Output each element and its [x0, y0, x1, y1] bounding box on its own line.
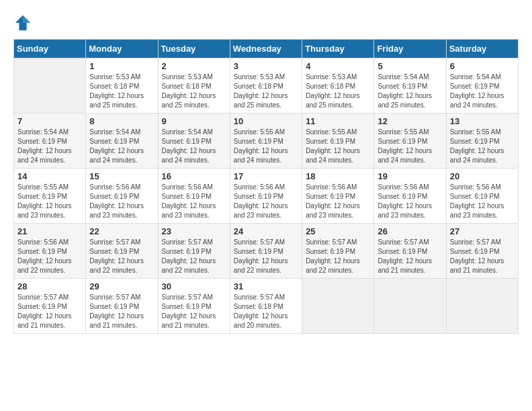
- week-row-1: 1Sunrise: 5:53 AMSunset: 6:18 PMDaylight…: [14, 58, 519, 113]
- day-number: 23: [162, 226, 226, 236]
- day-cell: 26Sunrise: 5:57 AMSunset: 6:19 PMDayligh…: [374, 224, 446, 279]
- day-info: Sunrise: 5:56 AMSunset: 6:19 PMDaylight:…: [306, 183, 370, 220]
- day-cell: [446, 279, 518, 334]
- header-row: SundayMondayTuesdayWednesdayThursdayFrid…: [14, 40, 519, 58]
- day-cell: 14Sunrise: 5:55 AMSunset: 6:19 PMDayligh…: [14, 169, 86, 224]
- day-info: Sunrise: 5:55 AMSunset: 6:19 PMDaylight:…: [450, 128, 515, 165]
- day-info: Sunrise: 5:55 AMSunset: 6:19 PMDaylight:…: [378, 128, 442, 165]
- day-cell: 5Sunrise: 5:54 AMSunset: 6:19 PMDaylight…: [374, 58, 446, 113]
- day-info: Sunrise: 5:57 AMSunset: 6:19 PMDaylight:…: [378, 238, 442, 275]
- day-cell: 17Sunrise: 5:56 AMSunset: 6:19 PMDayligh…: [230, 169, 302, 224]
- day-info: Sunrise: 5:57 AMSunset: 6:18 PMDaylight:…: [234, 293, 298, 330]
- column-header-thursday: Thursday: [302, 40, 374, 58]
- day-info: Sunrise: 5:57 AMSunset: 6:19 PMDaylight:…: [450, 238, 515, 275]
- day-info: Sunrise: 5:55 AMSunset: 6:19 PMDaylight:…: [306, 128, 370, 165]
- day-info: Sunrise: 5:57 AMSunset: 6:19 PMDaylight:…: [162, 293, 226, 330]
- page-header: [13, 13, 519, 32]
- day-cell: 8Sunrise: 5:54 AMSunset: 6:19 PMDaylight…: [86, 113, 158, 169]
- day-number: 1: [89, 61, 154, 71]
- day-cell: 11Sunrise: 5:55 AMSunset: 6:19 PMDayligh…: [302, 113, 374, 169]
- day-cell: [14, 58, 86, 113]
- day-info: Sunrise: 5:56 AMSunset: 6:19 PMDaylight:…: [234, 183, 298, 220]
- day-info: Sunrise: 5:54 AMSunset: 6:19 PMDaylight:…: [89, 128, 154, 165]
- day-number: 17: [234, 171, 298, 181]
- day-number: 12: [378, 116, 442, 126]
- day-number: 14: [17, 171, 82, 181]
- day-number: 25: [306, 226, 370, 236]
- day-number: 18: [306, 171, 370, 181]
- day-number: 10: [234, 116, 298, 126]
- day-number: 21: [17, 226, 82, 236]
- svg-marker-1: [23, 15, 30, 23]
- day-info: Sunrise: 5:53 AMSunset: 6:18 PMDaylight:…: [162, 73, 226, 110]
- day-info: Sunrise: 5:56 AMSunset: 6:19 PMDaylight:…: [378, 183, 442, 220]
- column-header-tuesday: Tuesday: [158, 40, 230, 58]
- calendar-table: SundayMondayTuesdayWednesdayThursdayFrid…: [13, 39, 519, 334]
- day-cell: [302, 279, 374, 334]
- week-row-2: 7Sunrise: 5:54 AMSunset: 6:19 PMDaylight…: [14, 113, 519, 169]
- day-cell: 27Sunrise: 5:57 AMSunset: 6:19 PMDayligh…: [446, 224, 518, 279]
- day-number: 7: [17, 116, 82, 126]
- day-cell: 1Sunrise: 5:53 AMSunset: 6:18 PMDaylight…: [86, 58, 158, 113]
- day-info: Sunrise: 5:56 AMSunset: 6:19 PMDaylight:…: [450, 183, 515, 220]
- day-number: 26: [378, 226, 442, 236]
- day-cell: 18Sunrise: 5:56 AMSunset: 6:19 PMDayligh…: [302, 169, 374, 224]
- day-cell: 3Sunrise: 5:53 AMSunset: 6:18 PMDaylight…: [230, 58, 302, 113]
- day-cell: 20Sunrise: 5:56 AMSunset: 6:19 PMDayligh…: [446, 169, 518, 224]
- day-cell: 7Sunrise: 5:54 AMSunset: 6:19 PMDaylight…: [14, 113, 86, 169]
- day-cell: 31Sunrise: 5:57 AMSunset: 6:18 PMDayligh…: [230, 279, 302, 334]
- week-row-3: 14Sunrise: 5:55 AMSunset: 6:19 PMDayligh…: [14, 169, 519, 224]
- day-info: Sunrise: 5:53 AMSunset: 6:18 PMDaylight:…: [89, 73, 154, 110]
- day-cell: 24Sunrise: 5:57 AMSunset: 6:19 PMDayligh…: [230, 224, 302, 279]
- day-number: 31: [234, 281, 298, 291]
- day-cell: [374, 279, 446, 334]
- day-number: 16: [162, 171, 226, 181]
- day-info: Sunrise: 5:57 AMSunset: 6:19 PMDaylight:…: [162, 238, 226, 275]
- day-cell: 2Sunrise: 5:53 AMSunset: 6:18 PMDaylight…: [158, 58, 230, 113]
- day-number: 8: [89, 116, 154, 126]
- day-info: Sunrise: 5:57 AMSunset: 6:19 PMDaylight:…: [89, 293, 154, 330]
- day-number: 3: [234, 61, 298, 71]
- day-cell: 12Sunrise: 5:55 AMSunset: 6:19 PMDayligh…: [374, 113, 446, 169]
- day-number: 9: [162, 116, 226, 126]
- day-info: Sunrise: 5:54 AMSunset: 6:19 PMDaylight:…: [17, 128, 82, 165]
- day-info: Sunrise: 5:56 AMSunset: 6:19 PMDaylight:…: [162, 183, 226, 220]
- day-number: 29: [89, 281, 154, 291]
- day-cell: 16Sunrise: 5:56 AMSunset: 6:19 PMDayligh…: [158, 169, 230, 224]
- day-info: Sunrise: 5:57 AMSunset: 6:19 PMDaylight:…: [17, 293, 82, 330]
- column-header-sunday: Sunday: [14, 40, 86, 58]
- week-row-4: 21Sunrise: 5:56 AMSunset: 6:19 PMDayligh…: [14, 224, 519, 279]
- day-cell: 28Sunrise: 5:57 AMSunset: 6:19 PMDayligh…: [14, 279, 86, 334]
- day-number: 6: [450, 61, 515, 71]
- day-cell: 30Sunrise: 5:57 AMSunset: 6:19 PMDayligh…: [158, 279, 230, 334]
- day-info: Sunrise: 5:54 AMSunset: 6:19 PMDaylight:…: [450, 73, 515, 110]
- day-info: Sunrise: 5:56 AMSunset: 6:19 PMDaylight:…: [17, 238, 82, 275]
- column-header-monday: Monday: [86, 40, 158, 58]
- day-cell: 19Sunrise: 5:56 AMSunset: 6:19 PMDayligh…: [374, 169, 446, 224]
- day-number: 15: [89, 171, 154, 181]
- day-number: 2: [162, 61, 226, 71]
- day-number: 11: [306, 116, 370, 126]
- day-info: Sunrise: 5:54 AMSunset: 6:19 PMDaylight:…: [162, 128, 226, 165]
- day-cell: 6Sunrise: 5:54 AMSunset: 6:19 PMDaylight…: [446, 58, 518, 113]
- logo-icon: [13, 13, 32, 32]
- day-cell: 22Sunrise: 5:57 AMSunset: 6:19 PMDayligh…: [86, 224, 158, 279]
- day-cell: 13Sunrise: 5:55 AMSunset: 6:19 PMDayligh…: [446, 113, 518, 169]
- day-cell: 4Sunrise: 5:53 AMSunset: 6:18 PMDaylight…: [302, 58, 374, 113]
- day-cell: 29Sunrise: 5:57 AMSunset: 6:19 PMDayligh…: [86, 279, 158, 334]
- day-number: 20: [450, 171, 515, 181]
- day-info: Sunrise: 5:57 AMSunset: 6:19 PMDaylight:…: [89, 238, 154, 275]
- day-number: 19: [378, 171, 442, 181]
- day-number: 13: [450, 116, 515, 126]
- column-header-friday: Friday: [374, 40, 446, 58]
- day-info: Sunrise: 5:55 AMSunset: 6:19 PMDaylight:…: [234, 128, 298, 165]
- day-cell: 21Sunrise: 5:56 AMSunset: 6:19 PMDayligh…: [14, 224, 86, 279]
- day-info: Sunrise: 5:57 AMSunset: 6:19 PMDaylight:…: [234, 238, 298, 275]
- day-cell: 10Sunrise: 5:55 AMSunset: 6:19 PMDayligh…: [230, 113, 302, 169]
- day-info: Sunrise: 5:53 AMSunset: 6:18 PMDaylight:…: [306, 73, 370, 110]
- day-info: Sunrise: 5:54 AMSunset: 6:19 PMDaylight:…: [378, 73, 442, 110]
- day-number: 22: [89, 226, 154, 236]
- day-number: 24: [234, 226, 298, 236]
- day-info: Sunrise: 5:55 AMSunset: 6:19 PMDaylight:…: [17, 183, 82, 220]
- day-number: 4: [306, 61, 370, 71]
